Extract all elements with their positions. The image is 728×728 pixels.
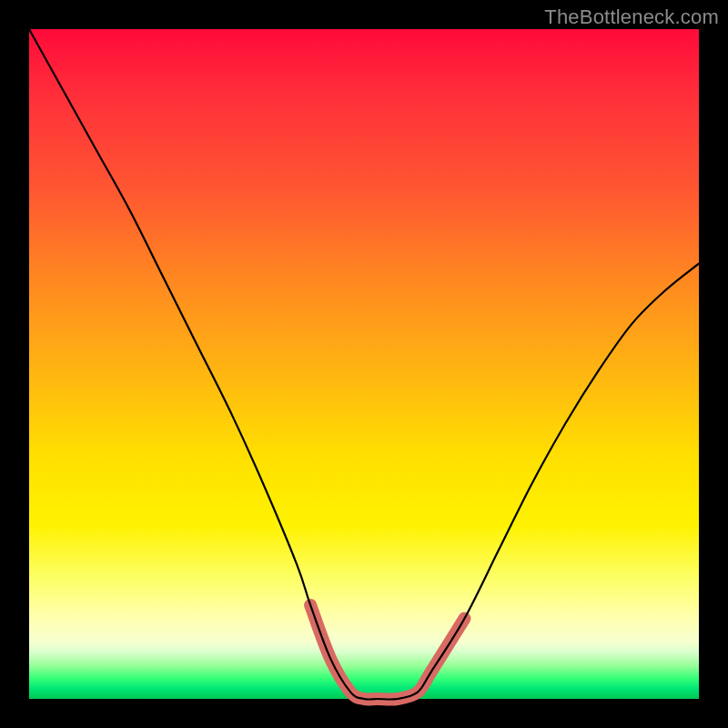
curve-emphasis-segment xyxy=(310,605,464,700)
chart-frame: TheBottleneck.com xyxy=(0,0,728,728)
curve-main-line xyxy=(29,29,699,700)
bottleneck-curve xyxy=(29,29,699,699)
watermark-text: TheBottleneck.com xyxy=(544,5,719,29)
plot-area xyxy=(29,29,699,699)
